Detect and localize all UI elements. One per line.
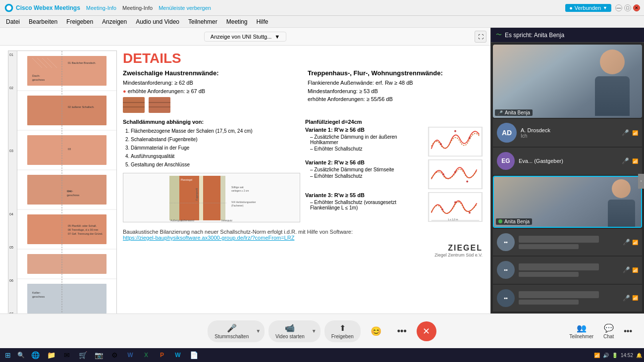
- share-badge[interactable]: Anzeige von UNI Stuttg... ▼: [204, 32, 286, 42]
- svg-text:Planziegel: Planziegel: [181, 178, 192, 181]
- taskbar-app-pp[interactable]: P: [155, 350, 169, 361]
- share-main[interactable]: ⬆ Freigeben: [326, 320, 359, 342]
- taskbar-right: 📶 🔊 🔋 14:52 🔔: [594, 353, 642, 358]
- censored-signal-2: 📶: [632, 267, 638, 273]
- censored-avatar-2: ••: [497, 261, 515, 279]
- meeting-info-text[interactable]: Meeting-Info: [122, 5, 153, 11]
- app-name: Cisco Webex Meetings: [16, 4, 80, 11]
- emoji-button[interactable]: 😊: [365, 323, 387, 340]
- taskbar-app-acrobat[interactable]: 📄: [186, 350, 201, 361]
- notification-icon[interactable]: 🔔: [636, 353, 642, 358]
- more-right-button[interactable]: •••: [620, 325, 636, 338]
- taskbar-app-store[interactable]: 🛒: [75, 350, 90, 361]
- participant-censored-2[interactable]: •• 🎤 📶: [493, 257, 642, 283]
- connected-badge: ● Verbunden ▼: [565, 4, 611, 12]
- participant-censored-3[interactable]: •• 🎤 📶: [493, 285, 642, 311]
- menu-bar: Datei Bearbeiten Freigeben Anzeigen Audi…: [0, 16, 644, 28]
- video-label: Video starten: [275, 334, 305, 339]
- svg-point-59: [469, 212, 471, 214]
- svg-rect-14: [27, 284, 107, 313]
- end-call-button[interactable]: ✕: [417, 321, 436, 341]
- panel-expand[interactable]: ›: [638, 174, 644, 189]
- video-button-group: 📹 Video starten ▼: [268, 320, 321, 342]
- drosdeck-avatar: AD: [497, 123, 517, 143]
- menu-anzeigen[interactable]: Anzeigen: [98, 17, 131, 26]
- more-right-icon: •••: [624, 327, 632, 336]
- svg-text:07 Gef. Trennung der Gründ.: 07 Gef. Trennung der Gründ.: [68, 232, 103, 235]
- section2-line2: Mindestanforderung: ≥ 53 dB: [308, 87, 483, 96]
- schalldaemmung-title: Schalldämmung abhängig von:: [123, 119, 300, 125]
- svg-text:06 Trennfuge, d ≥ 30 mm: 06 Trennfuge, d ≥ 30 mm: [68, 228, 99, 231]
- svg-text:VIA Verbindungsanker: VIA Verbindungsanker: [231, 201, 256, 204]
- menu-bearbeiten[interactable]: Bearbeiten: [25, 17, 61, 26]
- menubar-toggle[interactable]: Menüleiste verbergen: [159, 5, 211, 11]
- chat-button[interactable]: 💬 Chat: [599, 321, 618, 341]
- schalldaemmung-item-5: Gestaltung der Anschlüsse: [131, 160, 300, 169]
- bottom-controls: 🎤 Stummschalten ▼ 📹 Video starten ▼ ⬆ Fr…: [0, 313, 644, 348]
- taskbar-app-file[interactable]: 📁: [44, 350, 58, 361]
- meeting-info-link[interactable]: Meeting-Info: [86, 5, 116, 11]
- participant-tile-anita[interactable]: 🎤 Anita Benja: [493, 45, 642, 118]
- mic-icon: 🎤: [227, 323, 237, 333]
- participant-tile-anita-active[interactable]: Anita Benja: [493, 176, 642, 228]
- search-button[interactable]: 🔍: [15, 350, 27, 361]
- share-icon: ⬆: [339, 323, 346, 333]
- ziegel-brand: ZIEGEL: [123, 244, 483, 253]
- main-area: Anzeige von UNI Stuttg... ▼ ⛶ 01: [0, 28, 644, 313]
- slide-link[interactable]: https://ziegel-bauphysiksoftware.ax3000-…: [123, 235, 483, 241]
- chat-icon: 💬: [604, 323, 614, 333]
- svg-point-55: [466, 181, 468, 183]
- maximize-button[interactable]: □: [624, 4, 631, 11]
- taskbar-app-mail[interactable]: ✉: [59, 350, 74, 361]
- participant-tile-drosdeck[interactable]: AD A. Drosdeck Ich 🎤 📶: [493, 119, 642, 147]
- video-main[interactable]: 📹 Video starten: [270, 320, 310, 342]
- censored-name-1: [519, 236, 599, 243]
- taskbar-app-edge[interactable]: 🌐: [28, 350, 43, 361]
- censored-name-3: [519, 291, 599, 298]
- more-button[interactable]: •••: [391, 323, 413, 339]
- slide-content: 01 02 03 04 05 06 07: [0, 46, 490, 313]
- emoji-icon: 😊: [371, 326, 381, 337]
- taskbar-app-word[interactable]: W: [123, 350, 138, 361]
- svg-text:02 äußerer Schallsch.: 02 äußerer Schallsch.: [68, 105, 95, 108]
- censored-mic-2: 🎤: [623, 266, 630, 273]
- svg-point-49: [440, 143, 442, 145]
- minimize-button[interactable]: —: [615, 4, 622, 11]
- mute-label: Stummschalten: [215, 334, 249, 339]
- menu-meeting[interactable]: Meeting: [222, 17, 252, 26]
- variant2-item2: – Erhöhter Schallschutz: [310, 173, 424, 179]
- slide-title: DETAILS: [123, 51, 483, 66]
- clock-display: 14:52: [621, 353, 633, 358]
- participant-censored-1[interactable]: •• 🎤 📶: [493, 229, 642, 256]
- drosdeck-sub: Ich: [521, 133, 550, 139]
- menu-hilfe[interactable]: Hilfe: [252, 17, 272, 26]
- taskbar-apps: 🌐 📁 ✉ 🛒 📷 ⚙ W X P W 📄: [28, 350, 593, 361]
- svg-rect-37: [199, 176, 203, 220]
- share-label: Freigeben: [331, 334, 354, 339]
- taskbar-app-excel[interactable]: X: [139, 350, 154, 361]
- svg-point-53: [442, 173, 444, 175]
- schalldaemmung-item-1: Flächenbezogene Masse der Schalen (17,5 …: [131, 127, 300, 135]
- participants-button[interactable]: 👥 Teilnehmer: [565, 321, 597, 341]
- censored-signal-3: 📶: [632, 295, 638, 301]
- start-button[interactable]: ⊞: [2, 350, 14, 361]
- app-logo: Cisco Webex Meetings: [4, 3, 80, 13]
- svg-rect-10: [27, 135, 107, 165]
- taskbar-app-settings[interactable]: ⚙: [107, 350, 122, 361]
- menu-datei[interactable]: Datei: [2, 17, 24, 26]
- bottom-text: Bauakustische Bilanzierung nach neuer Sc…: [123, 229, 483, 235]
- menu-audio-video[interactable]: Audio und Video: [132, 17, 183, 26]
- mute-dropdown[interactable]: ▼: [254, 325, 263, 337]
- expand-button[interactable]: ⛶: [475, 31, 486, 43]
- menu-teilnehmer[interactable]: Teilnehmer: [184, 17, 221, 26]
- speaker-wave-icon: 〜: [496, 31, 502, 39]
- svg-text:05 Planfüll- oder Schall.: 05 Planfüll- oder Schall.: [68, 224, 97, 227]
- mute-main[interactable]: 🎤 Stummschalten: [210, 320, 254, 342]
- video-dropdown[interactable]: ▼: [310, 325, 319, 337]
- participant-tile-eva[interactable]: EG Eva... (Gastgeber) 🎤 📶: [493, 148, 642, 174]
- taskbar-app-photos[interactable]: 📷: [91, 350, 106, 361]
- taskbar-app-webex[interactable]: W: [170, 350, 185, 361]
- menu-freigeben[interactable]: Freigeben: [62, 17, 97, 26]
- close-button[interactable]: ✕: [633, 4, 640, 11]
- svg-text:L ≤ 1,0 m: L ≤ 1,0 m: [448, 218, 458, 221]
